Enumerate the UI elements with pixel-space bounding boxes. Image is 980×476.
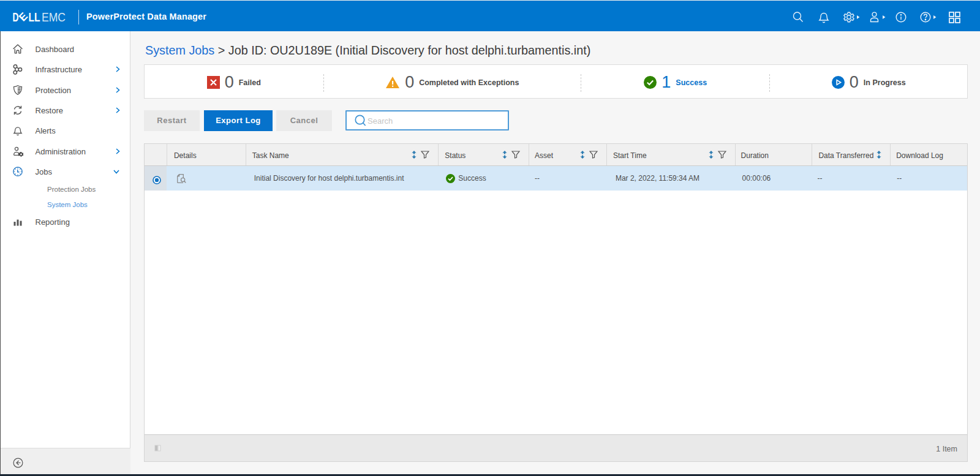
svg-text:LL: LL [29, 10, 40, 24]
svg-text:EMC: EMC [42, 10, 66, 24]
